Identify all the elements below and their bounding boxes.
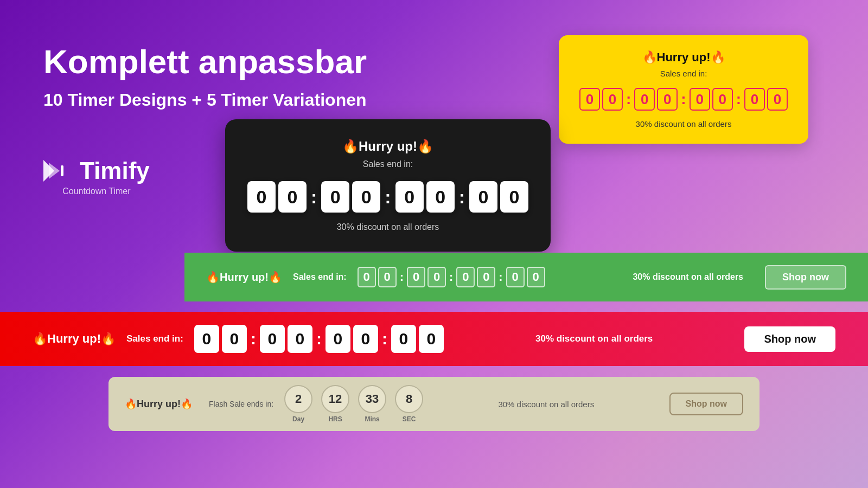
- green-digit-7: 0: [506, 267, 525, 287]
- beige-hurry-label: 🔥Hurry up!🔥: [125, 398, 193, 410]
- green-hurry-label: 🔥Hurry up!🔥: [206, 271, 282, 284]
- black-digit-3: 0: [321, 181, 349, 213]
- yellow-digit-8: 0: [767, 88, 788, 111]
- green-digit-5: 0: [456, 267, 475, 287]
- green-digits-row: 0 0 : 0 0 : 0 0 : 0 0: [358, 267, 545, 287]
- black-digit-4: 0: [352, 181, 380, 213]
- black-digits-row: 0 0 : 0 0 : 0 0 : 0 0: [247, 181, 529, 213]
- yellow-digit-7: 0: [744, 88, 765, 111]
- yellow-digit-3: 0: [634, 88, 655, 111]
- circle-unit-mins: 33 Mins: [358, 385, 386, 423]
- hero-subtitle: 10 Timer Designs + 5 Timer Variationen: [43, 90, 367, 110]
- yellow-digit-1: 0: [579, 88, 600, 111]
- yellow-colon-3: :: [736, 91, 741, 108]
- svg-marker-1: [49, 163, 60, 179]
- red-digit-2: 0: [222, 325, 247, 353]
- red-colon-1: :: [251, 330, 256, 348]
- red-digit-5: 0: [326, 325, 350, 353]
- circle-mins-label: Mins: [365, 415, 379, 423]
- red-digits-row: 0 0 : 0 0 : 0 0 : 0 0: [194, 325, 444, 353]
- yellow-card-discount: 30% discount on all orders: [575, 119, 792, 129]
- beige-discount-text: 30% discount on all orders: [434, 400, 658, 409]
- black-digit-6: 0: [426, 181, 455, 213]
- green-discount-text: 30% discount on all orders: [556, 272, 743, 282]
- yellow-digits-row: 0 0 : 0 0 : 0 0 : 0 0: [575, 88, 792, 111]
- green-sales-label: Sales end in:: [293, 272, 347, 282]
- yellow-timer-card: 🔥Hurry up!🔥 Sales end in: 0 0 : 0 0 : 0 …: [559, 35, 808, 144]
- green-shop-now-button[interactable]: Shop now: [765, 265, 846, 290]
- yellow-card-title: 🔥Hurry up!🔥: [575, 50, 792, 65]
- yellow-colon-2: :: [681, 91, 686, 108]
- circle-unit-day: 2 Day: [284, 385, 312, 423]
- hero-title: Komplett anpassbar: [43, 43, 367, 80]
- circle-sec-value: 8: [395, 385, 423, 413]
- circle-day-value: 2: [284, 385, 312, 413]
- red-digit-4: 0: [288, 325, 312, 353]
- green-digit-1: 0: [358, 267, 376, 287]
- black-digit-1: 0: [247, 181, 276, 213]
- beige-timer-banner: 🔥Hurry up!🔥 Flash Sale ends in: 2 Day 12…: [108, 377, 760, 431]
- logo-name: Timify: [80, 157, 150, 184]
- red-shop-now-button[interactable]: Shop now: [744, 326, 835, 352]
- black-digit-8: 0: [500, 181, 528, 213]
- red-hurry-label: 🔥Hurry up!🔥: [33, 332, 116, 346]
- beige-shop-now-button[interactable]: Shop now: [669, 393, 743, 415]
- red-digit-8: 0: [419, 325, 444, 353]
- yellow-colon-1: :: [626, 91, 631, 108]
- circle-day-label: Day: [292, 415, 304, 423]
- yellow-digit-2: 0: [602, 88, 623, 111]
- circle-sec-label: SEC: [403, 415, 416, 423]
- green-colon-3: :: [499, 270, 502, 284]
- hero-section: Komplett anpassbar 10 Timer Designs + 5 …: [43, 43, 367, 110]
- red-digit-6: 0: [353, 325, 378, 353]
- red-colon-3: :: [382, 330, 387, 348]
- circle-hrs-label: HRS: [328, 415, 342, 423]
- green-colon-2: :: [449, 270, 453, 284]
- black-colon-1: :: [311, 187, 317, 208]
- red-digit-3: 0: [260, 325, 285, 353]
- red-discount-text: 30% discount on all orders: [455, 333, 734, 344]
- black-card-discount: 30% discount on all orders: [247, 222, 529, 232]
- black-digit-7: 0: [469, 181, 497, 213]
- green-digit-3: 0: [407, 267, 425, 287]
- red-sales-label: Sales end in:: [126, 333, 183, 344]
- yellow-card-subtitle: Sales end in:: [575, 69, 792, 78]
- black-colon-2: :: [385, 187, 391, 208]
- red-digit-7: 0: [391, 325, 416, 353]
- black-timer-card: 🔥Hurry up!🔥 Sales end in: 0 0 : 0 0 : 0 …: [225, 119, 551, 252]
- logo-subtitle: Countdown Timer: [62, 187, 130, 196]
- beige-circles-row: 2 Day 12 HRS 33 Mins 8 SEC: [284, 385, 423, 423]
- circle-mins-value: 33: [358, 385, 386, 413]
- green-digit-8: 0: [527, 267, 545, 287]
- red-digit-1: 0: [194, 325, 219, 353]
- logo-area: Timify Countdown Timer: [43, 157, 150, 196]
- green-digit-6: 0: [477, 267, 495, 287]
- circle-unit-sec: 8 SEC: [395, 385, 423, 423]
- yellow-digit-4: 0: [657, 88, 678, 111]
- circle-hrs-value: 12: [321, 385, 349, 413]
- black-card-subtitle: Sales end in:: [247, 159, 529, 169]
- yellow-digit-5: 0: [690, 88, 710, 111]
- timify-logo-icon: [43, 160, 73, 182]
- green-digit-4: 0: [427, 267, 446, 287]
- black-card-title: 🔥Hurry up!🔥: [247, 139, 529, 154]
- green-timer-banner: 🔥Hurry up!🔥 Sales end in: 0 0 : 0 0 : 0 …: [184, 253, 868, 301]
- yellow-digit-6: 0: [712, 88, 733, 111]
- black-colon-3: :: [459, 187, 465, 208]
- green-digit-2: 0: [378, 267, 397, 287]
- svg-rect-2: [61, 165, 63, 176]
- black-digit-5: 0: [395, 181, 424, 213]
- circle-unit-hrs: 12 HRS: [321, 385, 349, 423]
- beige-sales-label: Flash Sale ends in:: [209, 400, 273, 408]
- black-digit-2: 0: [278, 181, 307, 213]
- green-colon-1: :: [400, 270, 404, 284]
- red-colon-2: :: [316, 330, 322, 348]
- red-timer-banner: 🔥Hurry up!🔥 Sales end in: 0 0 : 0 0 : 0 …: [0, 312, 868, 366]
